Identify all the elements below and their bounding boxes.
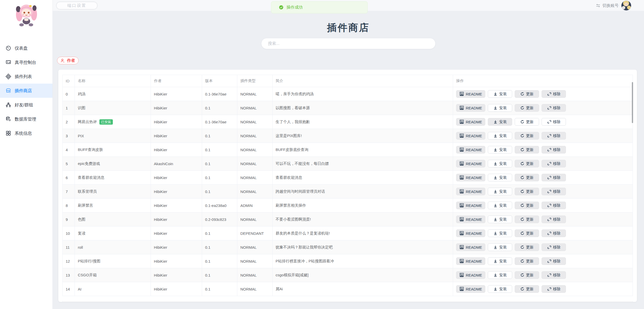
install-button[interactable]: 安装 <box>488 271 512 279</box>
remove-button[interactable]: 移除 <box>542 104 566 112</box>
update-button[interactable]: 更新 <box>515 174 539 181</box>
readme-button[interactable]: README <box>456 271 485 279</box>
sidebar-item-console[interactable]: 真寻控制台 <box>0 55 52 69</box>
cell-type: NORMAL <box>237 115 273 129</box>
remove-button[interactable]: 移除 <box>542 257 566 265</box>
update-button[interactable]: 更新 <box>515 271 539 279</box>
update-button[interactable]: 更新 <box>515 257 539 265</box>
install-button[interactable]: 安装 <box>488 104 512 112</box>
sidebar-item-label: 好友/群组 <box>15 102 33 108</box>
cell-type: NORMAL <box>237 129 273 143</box>
search-input[interactable] <box>261 38 436 49</box>
update-button[interactable]: 更新 <box>515 202 539 209</box>
readme-button[interactable]: README <box>456 118 485 126</box>
install-label: 安装 <box>499 189 507 194</box>
update-button[interactable]: 更新 <box>515 229 539 237</box>
remove-button[interactable]: 移除 <box>542 174 566 181</box>
update-button[interactable]: 更新 <box>515 216 539 223</box>
store-icon <box>6 88 11 93</box>
readme-button[interactable]: README <box>456 90 485 98</box>
remove-button[interactable]: 移除 <box>542 146 566 153</box>
readme-button[interactable]: README <box>456 257 485 265</box>
remove-button[interactable]: 移除 <box>542 202 566 209</box>
install-label: 安装 <box>499 245 507 250</box>
readme-button[interactable]: README <box>456 104 485 112</box>
update-button[interactable]: 更新 <box>515 160 539 167</box>
update-button[interactable]: 更新 <box>515 118 539 126</box>
cell-intro: 群友的本质是什么？是复读机哒! <box>273 226 453 240</box>
sidebar-item-database[interactable]: 数据库管理 <box>0 112 52 126</box>
remove-button[interactable]: 移除 <box>542 188 566 195</box>
install-button[interactable]: 安装 <box>488 132 512 140</box>
cell-id: 5 <box>63 157 75 171</box>
install-button[interactable]: 安装 <box>488 216 512 223</box>
sidebar-item-dashboard[interactable]: 仪表盘 <box>0 41 52 55</box>
author-filter-button[interactable]: 作者 <box>57 57 79 64</box>
cell-id: 6 <box>63 171 75 185</box>
readme-button[interactable]: README <box>456 216 485 223</box>
remove-button[interactable]: 移除 <box>542 132 566 140</box>
remove-button[interactable]: 移除 <box>542 285 566 293</box>
install-button[interactable]: 安装 <box>488 243 512 251</box>
port-settings-button[interactable]: 端口设置 <box>56 2 97 9</box>
update-button[interactable]: 更新 <box>515 146 539 153</box>
sidebar-item-plugin-store[interactable]: 插件商店 <box>0 84 52 98</box>
plugin-table: ID 名称 作者 版本 插件类型 简介 操作 0 鸡汤 HibiKier 0.1… <box>62 75 633 296</box>
remove-button[interactable]: 移除 <box>542 243 566 251</box>
unlink-icon <box>547 273 551 277</box>
update-label: 更新 <box>526 161 534 166</box>
update-button[interactable]: 更新 <box>515 285 539 293</box>
install-button[interactable]: 安装 <box>488 146 512 153</box>
cell-actions: README 安装 更新 移 <box>453 115 633 129</box>
readme-button[interactable]: README <box>456 160 485 167</box>
cell-intro: csgo模拟开箱[戒赌] <box>273 268 453 282</box>
install-button[interactable]: 安装 <box>488 174 512 181</box>
cell-intro: 查看群欢迎消息 <box>273 171 453 185</box>
sidebar-item-label: 仪表盘 <box>15 45 28 51</box>
remove-button[interactable]: 移除 <box>542 160 566 167</box>
install-button[interactable]: 安装 <box>488 188 512 195</box>
readme-button[interactable]: README <box>456 132 485 140</box>
update-button[interactable]: 更新 <box>515 188 539 195</box>
cell-version: 0.1 <box>202 143 237 157</box>
readme-button[interactable]: README <box>456 174 485 181</box>
user-avatar[interactable] <box>621 1 631 11</box>
gauge-icon <box>6 45 11 51</box>
table-scrollbar-thumb[interactable] <box>632 82 633 123</box>
remove-button[interactable]: 移除 <box>542 229 566 237</box>
cell-id: 9 <box>63 213 75 226</box>
readme-button[interactable]: README <box>456 229 485 237</box>
unlink-icon <box>547 231 551 235</box>
readme-button[interactable]: README <box>456 202 485 209</box>
install-button[interactable]: 安装 <box>488 160 512 167</box>
readme-button[interactable]: README <box>456 146 485 153</box>
remove-button[interactable]: 移除 <box>542 118 566 126</box>
update-label: 更新 <box>526 217 534 222</box>
install-button[interactable]: 安装 <box>488 285 512 293</box>
readme-button[interactable]: README <box>456 188 485 195</box>
sidebar-item-plugin-list[interactable]: 插件列表 <box>0 69 52 84</box>
install-button[interactable]: 安装 <box>488 90 512 98</box>
refresh-icon <box>520 120 524 124</box>
update-button[interactable]: 更新 <box>515 104 539 112</box>
install-button[interactable]: 安装 <box>488 229 512 237</box>
update-button[interactable]: 更新 <box>515 90 539 98</box>
switch-account-button[interactable]: 切换账号 <box>596 3 619 8</box>
install-button[interactable]: 安装 <box>488 202 512 209</box>
cell-id: 13 <box>63 268 75 282</box>
remove-button[interactable]: 移除 <box>542 271 566 279</box>
cell-author: HibiKier <box>151 282 202 296</box>
readme-button[interactable]: README <box>456 243 485 251</box>
remove-label: 移除 <box>553 287 561 292</box>
install-button[interactable]: 安装 <box>488 257 512 265</box>
update-button[interactable]: 更新 <box>515 243 539 251</box>
readme-button[interactable]: README <box>456 285 485 293</box>
install-label: 安装 <box>499 175 507 180</box>
remove-button[interactable]: 移除 <box>542 216 566 223</box>
sidebar-item-friends-groups[interactable]: 好友/群组 <box>0 98 52 112</box>
install-button[interactable]: 安装 <box>488 118 512 126</box>
update-button[interactable]: 更新 <box>515 132 539 140</box>
readme-doc-icon <box>459 92 464 96</box>
remove-button[interactable]: 移除 <box>542 90 566 98</box>
sidebar-item-system-info[interactable]: 系统信息 <box>0 126 52 140</box>
